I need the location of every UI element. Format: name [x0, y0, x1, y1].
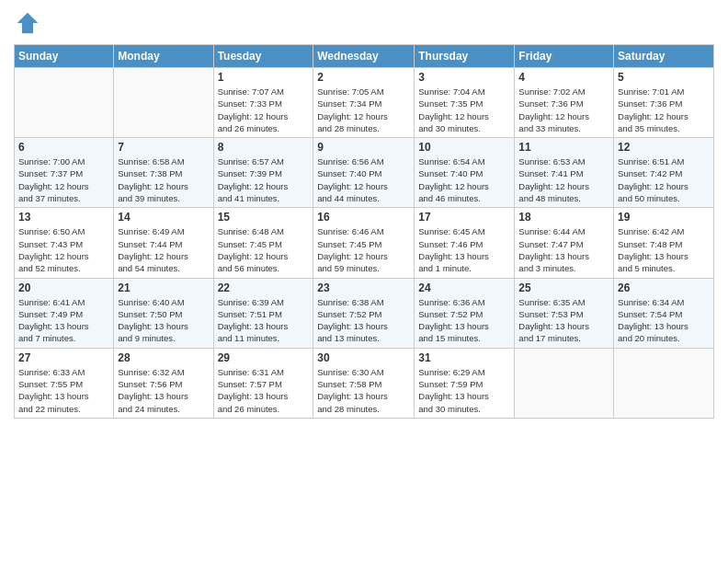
day-number: 22 — [218, 282, 310, 294]
calendar-cell — [614, 348, 714, 418]
day-number: 8 — [218, 141, 310, 154]
calendar-week-2: 13Sunrise: 6:50 AM Sunset: 7:43 PM Dayli… — [15, 208, 714, 278]
calendar-cell: 15Sunrise: 6:48 AM Sunset: 7:45 PM Dayli… — [213, 208, 313, 278]
calendar-cell: 19Sunrise: 6:42 AM Sunset: 7:48 PM Dayli… — [614, 208, 714, 278]
day-info: Sunrise: 6:48 AM Sunset: 7:45 PM Dayligh… — [218, 225, 310, 274]
calendar-cell: 16Sunrise: 6:46 AM Sunset: 7:45 PM Dayli… — [313, 208, 415, 278]
calendar-week-0: 1Sunrise: 7:07 AM Sunset: 7:33 PM Daylig… — [15, 68, 714, 138]
day-info: Sunrise: 6:30 AM Sunset: 7:58 PM Dayligh… — [317, 366, 410, 415]
day-info: Sunrise: 6:44 AM Sunset: 7:47 PM Dayligh… — [518, 225, 609, 274]
day-info: Sunrise: 6:35 AM Sunset: 7:53 PM Dayligh… — [518, 296, 609, 345]
day-info: Sunrise: 6:49 AM Sunset: 7:44 PM Dayligh… — [118, 225, 209, 274]
calendar-cell: 28Sunrise: 6:32 AM Sunset: 7:56 PM Dayli… — [114, 348, 213, 418]
day-number: 13 — [18, 211, 109, 224]
day-number: 27 — [18, 351, 109, 364]
calendar-cell: 11Sunrise: 6:53 AM Sunset: 7:41 PM Dayli… — [515, 138, 614, 208]
calendar-week-4: 27Sunrise: 6:33 AM Sunset: 7:55 PM Dayli… — [15, 348, 714, 418]
day-number: 29 — [218, 351, 310, 364]
day-info: Sunrise: 6:41 AM Sunset: 7:49 PM Dayligh… — [18, 296, 109, 345]
day-info: Sunrise: 6:36 AM Sunset: 7:52 PM Dayligh… — [418, 296, 510, 345]
calendar-cell: 7Sunrise: 6:58 AM Sunset: 7:38 PM Daylig… — [114, 138, 213, 208]
header — [14, 9, 714, 37]
col-monday: Monday — [114, 45, 213, 68]
day-number: 14 — [118, 211, 209, 224]
calendar-cell: 12Sunrise: 6:51 AM Sunset: 7:42 PM Dayli… — [614, 138, 714, 208]
svg-marker-0 — [17, 13, 39, 34]
day-info: Sunrise: 6:40 AM Sunset: 7:50 PM Dayligh… — [118, 296, 209, 345]
calendar-cell: 5Sunrise: 7:01 AM Sunset: 7:36 PM Daylig… — [614, 68, 714, 138]
day-info: Sunrise: 6:46 AM Sunset: 7:45 PM Dayligh… — [317, 225, 410, 274]
logo-icon — [14, 9, 41, 37]
calendar-cell: 8Sunrise: 6:57 AM Sunset: 7:39 PM Daylig… — [213, 138, 313, 208]
day-number: 24 — [418, 282, 510, 294]
calendar-cell: 27Sunrise: 6:33 AM Sunset: 7:55 PM Dayli… — [15, 348, 114, 418]
day-info: Sunrise: 6:56 AM Sunset: 7:40 PM Dayligh… — [317, 155, 410, 204]
day-number: 25 — [518, 282, 609, 294]
calendar-cell: 30Sunrise: 6:30 AM Sunset: 7:58 PM Dayli… — [313, 348, 415, 418]
calendar-cell — [114, 68, 213, 138]
calendar-cell: 24Sunrise: 6:36 AM Sunset: 7:52 PM Dayli… — [415, 278, 515, 348]
calendar-week-1: 6Sunrise: 7:00 AM Sunset: 7:37 PM Daylig… — [15, 138, 714, 208]
day-number: 31 — [418, 351, 510, 364]
day-info: Sunrise: 6:58 AM Sunset: 7:38 PM Dayligh… — [118, 155, 209, 204]
calendar-cell: 4Sunrise: 7:02 AM Sunset: 7:36 PM Daylig… — [515, 68, 614, 138]
day-info: Sunrise: 7:05 AM Sunset: 7:34 PM Dayligh… — [317, 86, 410, 134]
col-sunday: Sunday — [15, 45, 114, 68]
day-number: 11 — [518, 141, 609, 154]
day-info: Sunrise: 7:01 AM Sunset: 7:36 PM Dayligh… — [618, 86, 710, 134]
day-number: 28 — [118, 351, 209, 364]
calendar-cell — [15, 68, 114, 138]
day-number: 10 — [418, 141, 510, 154]
col-tuesday: Tuesday — [213, 45, 313, 68]
calendar-cell: 26Sunrise: 6:34 AM Sunset: 7:54 PM Dayli… — [614, 278, 714, 348]
day-number: 30 — [317, 351, 410, 364]
calendar-cell — [515, 348, 614, 418]
day-info: Sunrise: 6:38 AM Sunset: 7:52 PM Dayligh… — [317, 296, 410, 345]
col-thursday: Thursday — [415, 45, 515, 68]
day-number: 2 — [317, 71, 410, 84]
calendar-cell: 2Sunrise: 7:05 AM Sunset: 7:34 PM Daylig… — [313, 68, 415, 138]
day-number: 7 — [118, 141, 209, 154]
calendar-table: Sunday Monday Tuesday Wednesday Thursday… — [14, 44, 714, 419]
day-info: Sunrise: 7:04 AM Sunset: 7:35 PM Dayligh… — [418, 86, 510, 134]
day-info: Sunrise: 6:33 AM Sunset: 7:55 PM Dayligh… — [18, 366, 109, 415]
day-info: Sunrise: 6:50 AM Sunset: 7:43 PM Dayligh… — [18, 225, 109, 274]
day-info: Sunrise: 6:29 AM Sunset: 7:59 PM Dayligh… — [418, 366, 510, 415]
col-wednesday: Wednesday — [313, 45, 415, 68]
day-number: 4 — [518, 71, 609, 84]
col-saturday: Saturday — [614, 45, 714, 68]
day-number: 26 — [618, 282, 710, 294]
calendar-week-3: 20Sunrise: 6:41 AM Sunset: 7:49 PM Dayli… — [15, 278, 714, 348]
day-number: 20 — [18, 282, 109, 294]
day-info: Sunrise: 6:54 AM Sunset: 7:40 PM Dayligh… — [418, 155, 510, 204]
calendar-cell: 20Sunrise: 6:41 AM Sunset: 7:49 PM Dayli… — [15, 278, 114, 348]
col-friday: Friday — [515, 45, 614, 68]
calendar-cell: 6Sunrise: 7:00 AM Sunset: 7:37 PM Daylig… — [15, 138, 114, 208]
day-info: Sunrise: 6:42 AM Sunset: 7:48 PM Dayligh… — [618, 225, 710, 274]
day-number: 9 — [317, 141, 410, 154]
day-info: Sunrise: 6:45 AM Sunset: 7:46 PM Dayligh… — [418, 225, 510, 274]
page: Sunday Monday Tuesday Wednesday Thursday… — [0, 0, 728, 428]
calendar-cell: 29Sunrise: 6:31 AM Sunset: 7:57 PM Dayli… — [213, 348, 313, 418]
calendar-cell: 13Sunrise: 6:50 AM Sunset: 7:43 PM Dayli… — [15, 208, 114, 278]
calendar-cell: 1Sunrise: 7:07 AM Sunset: 7:33 PM Daylig… — [213, 68, 313, 138]
day-number: 17 — [418, 211, 510, 224]
day-info: Sunrise: 7:02 AM Sunset: 7:36 PM Dayligh… — [518, 86, 609, 134]
calendar-cell: 14Sunrise: 6:49 AM Sunset: 7:44 PM Dayli… — [114, 208, 213, 278]
calendar-body: 1Sunrise: 7:07 AM Sunset: 7:33 PM Daylig… — [15, 68, 714, 419]
day-number: 3 — [418, 71, 510, 84]
day-info: Sunrise: 6:39 AM Sunset: 7:51 PM Dayligh… — [218, 296, 310, 345]
day-number: 19 — [618, 211, 710, 224]
day-number: 5 — [618, 71, 710, 84]
day-info: Sunrise: 6:57 AM Sunset: 7:39 PM Dayligh… — [218, 155, 310, 204]
calendar-cell: 17Sunrise: 6:45 AM Sunset: 7:46 PM Dayli… — [415, 208, 515, 278]
day-info: Sunrise: 7:00 AM Sunset: 7:37 PM Dayligh… — [18, 155, 109, 204]
day-number: 15 — [218, 211, 310, 224]
day-number: 18 — [518, 211, 609, 224]
calendar-cell: 25Sunrise: 6:35 AM Sunset: 7:53 PM Dayli… — [515, 278, 614, 348]
day-number: 1 — [218, 71, 310, 84]
day-info: Sunrise: 6:32 AM Sunset: 7:56 PM Dayligh… — [118, 366, 209, 415]
day-info: Sunrise: 6:34 AM Sunset: 7:54 PM Dayligh… — [618, 296, 710, 345]
day-info: Sunrise: 6:31 AM Sunset: 7:57 PM Dayligh… — [218, 366, 310, 415]
day-number: 23 — [317, 282, 410, 294]
